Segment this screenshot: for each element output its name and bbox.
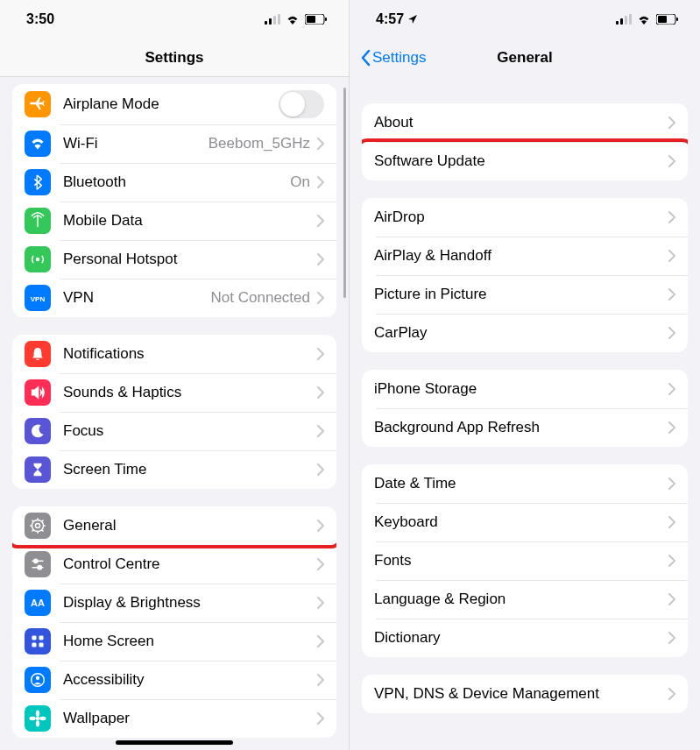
general-row-about[interactable]: About bbox=[362, 103, 688, 142]
moon-icon bbox=[25, 418, 51, 444]
settings-row-vpn[interactable]: VPNVPNNot Connected bbox=[12, 279, 336, 317]
general-screen: 4:57 Settings General AboutSoftware Upda… bbox=[350, 0, 700, 750]
general-row-datetime[interactable]: Date & Time bbox=[362, 464, 688, 503]
general-row-softwareupdate[interactable]: Software Update bbox=[362, 142, 688, 180]
chevron-right-icon bbox=[317, 463, 324, 476]
wifi-icon bbox=[25, 131, 51, 157]
home-indicator[interactable] bbox=[116, 740, 233, 745]
grid-icon bbox=[25, 628, 51, 654]
row-label: Date & Time bbox=[374, 475, 668, 492]
svg-rect-1 bbox=[269, 18, 272, 25]
nav-bar: Settings bbox=[0, 39, 349, 77]
settings-group-connectivity: Airplane ModeWi-FiBeebom_5GHzBluetoothOn… bbox=[12, 84, 336, 317]
settings-row-sounds[interactable]: Sounds & Haptics bbox=[12, 373, 336, 412]
svg-rect-37 bbox=[625, 16, 627, 25]
general-row-vpndns[interactable]: VPN, DNS & Device Management bbox=[362, 675, 688, 713]
row-label: Mobile Data bbox=[63, 212, 317, 230]
general-row-keyboard[interactable]: Keyboard bbox=[362, 503, 688, 541]
general-group-4: VPN, DNS & Device Management bbox=[362, 675, 688, 713]
chevron-right-icon bbox=[317, 386, 324, 399]
svg-line-16 bbox=[41, 529, 43, 531]
row-label: Wi-Fi bbox=[63, 135, 209, 152]
general-group-1: AirDropAirPlay & HandoffPicture in Pictu… bbox=[362, 198, 688, 352]
svg-point-29 bbox=[36, 676, 39, 680]
general-row-pip[interactable]: Picture in Picture bbox=[362, 275, 688, 314]
general-row-fonts[interactable]: Fonts bbox=[362, 541, 688, 580]
settings-row-airplane[interactable]: Airplane Mode bbox=[12, 84, 336, 124]
general-group-0: AboutSoftware Update bbox=[362, 103, 688, 180]
general-row-language[interactable]: Language & Region bbox=[362, 580, 688, 619]
svg-point-32 bbox=[36, 720, 39, 726]
chevron-right-icon bbox=[668, 250, 675, 262]
chevron-right-icon bbox=[317, 176, 324, 188]
general-row-airplay[interactable]: AirPlay & Handoff bbox=[362, 237, 688, 275]
svg-rect-35 bbox=[616, 21, 619, 25]
svg-point-31 bbox=[36, 710, 39, 716]
row-label: Display & Brightness bbox=[63, 594, 317, 612]
chevron-right-icon bbox=[668, 211, 675, 223]
general-row-dictionary[interactable]: Dictionary bbox=[362, 619, 688, 657]
settings-row-screentime[interactable]: Screen Time bbox=[12, 450, 336, 489]
svg-point-33 bbox=[29, 717, 35, 720]
status-bar: 3:50 bbox=[0, 0, 349, 39]
row-label: Focus bbox=[63, 422, 317, 440]
row-label: Home Screen bbox=[63, 633, 317, 650]
svg-point-7 bbox=[36, 258, 39, 261]
chevron-left-icon bbox=[360, 49, 371, 67]
general-row-carplay[interactable]: CarPlay bbox=[362, 314, 688, 352]
settings-row-accessibility[interactable]: Accessibility bbox=[12, 661, 336, 699]
settings-row-wifi[interactable]: Wi-FiBeebom_5GHz bbox=[12, 124, 336, 163]
settings-row-controlcentre[interactable]: Control Centre bbox=[12, 545, 336, 584]
status-time: 4:57 bbox=[376, 11, 418, 27]
chevron-right-icon bbox=[668, 478, 675, 490]
back-button[interactable]: Settings bbox=[360, 49, 426, 67]
nav-bar: Settings General bbox=[350, 39, 700, 77]
general-row-airdrop[interactable]: AirDrop bbox=[362, 198, 688, 237]
svg-rect-40 bbox=[658, 16, 667, 23]
settings-row-wallpaper[interactable]: Wallpaper bbox=[12, 699, 336, 738]
row-label: Notifications bbox=[63, 345, 317, 363]
toggle-switch[interactable] bbox=[279, 90, 324, 118]
chevron-right-icon bbox=[668, 288, 675, 301]
row-label: Background App Refresh bbox=[374, 419, 668, 436]
settings-row-display[interactable]: AADisplay & Brightness bbox=[12, 584, 336, 622]
bell-icon bbox=[25, 341, 51, 367]
general-group-2: iPhone StorageBackground App Refresh bbox=[362, 370, 688, 447]
wifi-icon bbox=[637, 14, 651, 25]
svg-rect-38 bbox=[629, 14, 632, 25]
svg-rect-36 bbox=[620, 18, 623, 25]
row-label: Picture in Picture bbox=[374, 286, 668, 303]
scrollbar[interactable] bbox=[343, 88, 346, 298]
row-label: About bbox=[374, 114, 668, 131]
settings-row-mobiledata[interactable]: Mobile Data bbox=[12, 202, 336, 240]
settings-row-notifications[interactable]: Notifications bbox=[12, 335, 336, 373]
hourglass-icon bbox=[25, 456, 51, 483]
vpn-icon: VPN bbox=[25, 285, 51, 311]
nav-title: General bbox=[497, 49, 552, 67]
settings-list[interactable]: Airplane ModeWi-FiBeebom_5GHzBluetoothOn… bbox=[0, 77, 349, 750]
chevron-right-icon bbox=[317, 597, 324, 609]
svg-rect-2 bbox=[273, 16, 276, 25]
settings-row-focus[interactable]: Focus bbox=[12, 412, 336, 450]
settings-row-bluetooth[interactable]: BluetoothOn bbox=[12, 163, 336, 202]
general-row-storage[interactable]: iPhone Storage bbox=[362, 370, 688, 408]
settings-row-general[interactable]: General bbox=[12, 506, 336, 545]
row-label: Airplane Mode bbox=[63, 96, 279, 113]
row-label: Personal Hotspot bbox=[63, 251, 317, 268]
svg-rect-6 bbox=[325, 18, 327, 21]
nav-title: Settings bbox=[145, 49, 203, 67]
chevron-right-icon bbox=[668, 516, 675, 528]
svg-point-21 bbox=[34, 559, 38, 562]
general-row-bgrefresh[interactable]: Background App Refresh bbox=[362, 408, 688, 447]
settings-screen: 3:50 Settings Airplane ModeWi-FiBeebom_5… bbox=[0, 0, 350, 750]
settings-row-hotspot[interactable]: Personal Hotspot bbox=[12, 240, 336, 279]
speaker-icon bbox=[25, 379, 51, 406]
row-label: Language & Region bbox=[374, 591, 668, 608]
chevron-right-icon bbox=[317, 138, 324, 150]
row-value: Not Connected bbox=[211, 289, 310, 307]
settings-row-homescreen[interactable]: Home Screen bbox=[12, 622, 336, 661]
chevron-right-icon bbox=[668, 383, 675, 395]
svg-text:AA: AA bbox=[31, 598, 45, 608]
general-list[interactable]: AboutSoftware UpdateAirDropAirPlay & Han… bbox=[350, 77, 700, 750]
row-label: AirDrop bbox=[374, 209, 668, 226]
